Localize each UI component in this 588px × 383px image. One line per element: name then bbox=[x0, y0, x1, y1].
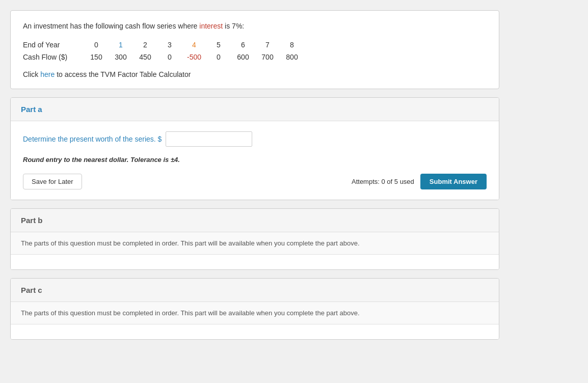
save-later-button[interactable]: Save for Later bbox=[23, 174, 82, 189]
cf-8: 800 bbox=[280, 53, 304, 61]
year-1: 1 bbox=[109, 41, 133, 49]
year-3: 3 bbox=[157, 41, 182, 49]
cf-2: 450 bbox=[133, 53, 157, 61]
part-a-answer-input[interactable] bbox=[166, 131, 252, 147]
part-a-header: Part a bbox=[11, 98, 499, 121]
intro-card: An investment has the following cash flo… bbox=[10, 10, 499, 89]
cf-4: -500 bbox=[182, 53, 206, 61]
part-c-header: Part c bbox=[11, 279, 499, 302]
part-b-locked-inner bbox=[11, 254, 499, 269]
year-values: 0 1 2 3 4 5 6 7 8 bbox=[84, 41, 304, 49]
part-a-right-actions: Attempts: 0 of 5 used Submit Answer bbox=[352, 174, 487, 189]
tvm-link[interactable]: here bbox=[40, 70, 55, 78]
part-a-tolerance: Round entry to the nearest dollar. Toler… bbox=[23, 156, 487, 163]
cf-1: 300 bbox=[109, 53, 133, 61]
part-b-header: Part b bbox=[11, 209, 499, 232]
year-5: 5 bbox=[206, 41, 231, 49]
year-0: 0 bbox=[84, 41, 109, 49]
intro-paragraph: An investment has the following cash flo… bbox=[23, 21, 487, 32]
tvm-prefix: Click bbox=[23, 70, 40, 78]
part-a-question-row: Determine the present worth of the serie… bbox=[23, 131, 487, 147]
part-b-locked-message: The parts of this question must be compl… bbox=[11, 232, 499, 254]
cashflow-values: 150 300 450 0 -500 0 600 700 800 bbox=[84, 53, 304, 61]
part-a-actions: Save for Later Attempts: 0 of 5 used Sub… bbox=[23, 174, 487, 189]
part-c-section: Part c The parts of this question must b… bbox=[10, 278, 499, 340]
cf-5: 0 bbox=[206, 53, 231, 61]
part-a-body: Determine the present worth of the serie… bbox=[11, 121, 499, 200]
part-c-locked-inner bbox=[11, 324, 499, 339]
interest-word: interest bbox=[199, 22, 223, 30]
year-row: End of Year 0 1 2 3 4 5 6 7 8 bbox=[23, 41, 487, 49]
part-c-locked-message: The parts of this question must be compl… bbox=[11, 302, 499, 324]
part-b-section: Part b The parts of this question must b… bbox=[10, 208, 499, 270]
part-b-title: Part b bbox=[21, 216, 43, 225]
part-c-title: Part c bbox=[21, 286, 42, 294]
part-a-attempts: Attempts: 0 of 5 used bbox=[352, 178, 414, 185]
submit-answer-button[interactable]: Submit Answer bbox=[420, 174, 487, 189]
part-a-question-text: Determine the present worth of the serie… bbox=[23, 135, 162, 143]
investment-word: investment bbox=[34, 22, 68, 30]
cash-flow-table: End of Year 0 1 2 3 4 5 6 7 8 Cash Flow … bbox=[23, 41, 487, 61]
part-a-section: Part a Determine the present worth of th… bbox=[10, 97, 499, 200]
year-6: 6 bbox=[231, 41, 255, 49]
year-4: 4 bbox=[182, 41, 206, 49]
cashflow-row-label: Cash Flow ($) bbox=[23, 53, 84, 61]
year-row-label: End of Year bbox=[23, 41, 84, 49]
cf-7: 700 bbox=[255, 53, 280, 61]
tvm-suffix: to access the TVM Factor Table Calculato… bbox=[55, 70, 191, 78]
cf-0: 150 bbox=[84, 53, 109, 61]
cf-3: 0 bbox=[157, 53, 182, 61]
cashflow-row: Cash Flow ($) 150 300 450 0 -500 0 600 7… bbox=[23, 53, 487, 61]
cf-6: 600 bbox=[231, 53, 255, 61]
part-a-title: Part a bbox=[21, 105, 42, 114]
year-7: 7 bbox=[255, 41, 280, 49]
year-2: 2 bbox=[133, 41, 157, 49]
year-8: 8 bbox=[280, 41, 304, 49]
tvm-link-line: Click here to access the TVM Factor Tabl… bbox=[23, 70, 487, 78]
